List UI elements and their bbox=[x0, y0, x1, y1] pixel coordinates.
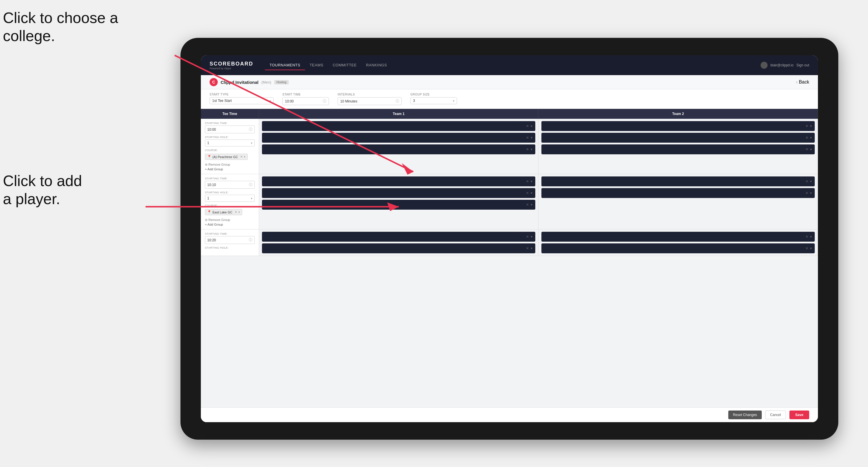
start-time-select[interactable]: 10:00 ⓘ bbox=[282, 97, 329, 105]
annotation-text-1: Click to choose acollege. bbox=[3, 9, 118, 44]
close-icon[interactable]: ✕ bbox=[526, 136, 529, 140]
close-icon[interactable]: ✕ bbox=[526, 203, 529, 207]
main-content: Start Type 1st Tee Start ▾ Start Time 10… bbox=[201, 89, 818, 422]
nav-user: blair@clippd.io Sign out bbox=[761, 62, 809, 69]
nav-rankings[interactable]: RANKINGS bbox=[361, 61, 392, 70]
nav-teams[interactable]: TEAMS bbox=[305, 61, 328, 70]
chevron-down-icon[interactable]: ▾ bbox=[531, 147, 532, 151]
player-slot[interactable]: ✕ ▾ bbox=[262, 121, 535, 131]
group-1-left: STARTING TIME: 10:00 ⓘ STARTING HOLE: 1 … bbox=[201, 119, 259, 174]
close-icon[interactable]: ✕ bbox=[526, 191, 529, 195]
starting-hole-label-3: STARTING HOLE: bbox=[205, 246, 255, 249]
close-icon[interactable]: ✕ bbox=[805, 235, 808, 239]
chevron-down-icon[interactable]: ▾ bbox=[810, 179, 812, 183]
cancel-button[interactable]: Cancel bbox=[765, 410, 786, 419]
starting-time-value-3: 10:20 bbox=[207, 238, 216, 242]
chevron-down-icon[interactable]: ▾ bbox=[531, 179, 532, 183]
course-name-2: East Lake GC bbox=[213, 211, 232, 214]
course-tag-2[interactable]: 📍 East Lake GC ✕ ▾ bbox=[205, 209, 242, 215]
player-slot[interactable]: ✕ ▾ bbox=[262, 200, 535, 210]
intervals-select[interactable]: 10 Minutes ⓘ bbox=[338, 97, 402, 105]
starting-time-input-2[interactable]: 10:10 ⓘ bbox=[205, 181, 255, 189]
starting-time-input-3[interactable]: 10:20 ⓘ bbox=[205, 236, 255, 244]
col-team1: Team 1 bbox=[259, 109, 538, 119]
chevron-down-icon[interactable]: ▾ bbox=[531, 203, 532, 207]
chevron-down-icon[interactable]: ▾ bbox=[810, 191, 812, 195]
info-icon-4: ⓘ bbox=[249, 182, 252, 187]
close-icon[interactable]: ✕ bbox=[805, 246, 808, 250]
add-group-btn-1[interactable]: + Add Group bbox=[205, 167, 255, 171]
remove-course-icon-1[interactable]: ✕ bbox=[240, 155, 243, 159]
reset-button[interactable]: Reset Changes bbox=[728, 410, 762, 419]
player-slot[interactable]: ✕ ▾ bbox=[541, 145, 815, 154]
chevron-down-icon[interactable]: ▾ bbox=[531, 235, 532, 239]
group-size-select[interactable]: 3 ▾ bbox=[410, 97, 457, 104]
close-icon[interactable]: ✕ bbox=[526, 246, 529, 250]
chevron-down-icon[interactable]: ▾ bbox=[531, 191, 532, 195]
save-button[interactable]: Save bbox=[789, 410, 809, 419]
close-icon[interactable]: ✕ bbox=[526, 147, 529, 151]
player-slot[interactable]: ✕ ▾ bbox=[262, 133, 535, 143]
chevron-down-icon[interactable]: ▾ bbox=[531, 124, 532, 128]
table-header: Tee Time Team 1 Team 2 bbox=[201, 109, 818, 119]
close-icon[interactable]: ✕ bbox=[805, 136, 808, 140]
start-type-label: Start Type bbox=[210, 93, 274, 96]
close-icon[interactable]: ✕ bbox=[805, 191, 808, 195]
player-slot[interactable]: ✕ ▾ bbox=[262, 177, 535, 186]
chevron-course-1: ▾ bbox=[244, 155, 245, 158]
chevron-down-icon[interactable]: ▾ bbox=[810, 246, 812, 250]
course-icon-1: 📍 bbox=[207, 155, 211, 159]
player-slot[interactable]: ✕ ▾ bbox=[541, 133, 815, 143]
player-slot[interactable]: ✕ ▾ bbox=[262, 145, 535, 154]
player-slot[interactable]: ✕ ▾ bbox=[541, 177, 815, 186]
group-actions-1: ⊖ Remove Group + Add Group bbox=[205, 163, 255, 171]
start-type-value: 1st Tee Start bbox=[212, 99, 232, 103]
chevron-down-icon[interactable]: ▾ bbox=[531, 246, 532, 250]
scoreboard-logo: SCOREBOARD Powered by clippd bbox=[210, 61, 253, 70]
nav-committee[interactable]: COMMITTEE bbox=[328, 61, 362, 70]
remove-group-btn-2[interactable]: ⊖ Remove Group bbox=[205, 218, 255, 222]
chevron-down-icon[interactable]: ▾ bbox=[810, 235, 812, 239]
back-button[interactable]: ‹ Back bbox=[796, 80, 809, 85]
intervals-label: Intervals bbox=[338, 93, 402, 96]
user-email: blair@clippd.io bbox=[771, 63, 794, 67]
tournament-gender: (Men) bbox=[261, 80, 271, 85]
group-size-label: Group Size bbox=[410, 93, 457, 96]
player-slot[interactable]: ✕ ▾ bbox=[541, 188, 815, 198]
nav-tournaments[interactable]: TOURNAMENTS bbox=[265, 61, 305, 70]
close-icon[interactable]: ✕ bbox=[526, 179, 529, 183]
info-icon-5: ⓘ bbox=[249, 238, 252, 243]
group-size-value: 3 bbox=[413, 99, 415, 103]
player-slot[interactable]: ✕ ▾ bbox=[262, 243, 535, 253]
course-tag-1[interactable]: 📍 (A) Peachtree GC ✕ ▾ bbox=[205, 154, 248, 160]
close-icon[interactable]: ✕ bbox=[526, 235, 529, 239]
remove-course-icon-2[interactable]: ✕ bbox=[235, 210, 237, 214]
player-slot[interactable]: ✕ ▾ bbox=[262, 188, 535, 198]
close-icon[interactable]: ✕ bbox=[805, 124, 808, 128]
starting-time-input-1[interactable]: 10:00 ⓘ bbox=[205, 125, 255, 133]
table-row: STARTING TIME: 10:20 ⓘ STARTING HOLE: ✕ … bbox=[201, 229, 818, 256]
starting-hole-input-2[interactable]: 1 ▾ bbox=[205, 195, 255, 202]
sign-out-btn[interactable]: Sign out bbox=[796, 63, 809, 67]
chevron-down-icon[interactable]: ▾ bbox=[531, 136, 532, 140]
starting-hole-input-1[interactable]: 1 ▾ bbox=[205, 139, 255, 147]
player-slot[interactable]: ✕ ▾ bbox=[541, 243, 815, 253]
chevron-down-icon[interactable]: ▾ bbox=[810, 136, 812, 140]
start-type-select[interactable]: 1st Tee Start ▾ bbox=[210, 97, 274, 104]
player-slot[interactable]: ✕ ▾ bbox=[541, 121, 815, 131]
chevron-down-icon[interactable]: ▾ bbox=[810, 147, 812, 151]
add-group-btn-2[interactable]: + Add Group bbox=[205, 223, 255, 226]
avatar bbox=[761, 62, 768, 69]
player-slot[interactable]: ✕ ▾ bbox=[262, 232, 535, 242]
remove-group-btn-1[interactable]: ⊖ Remove Group bbox=[205, 163, 255, 166]
close-icon[interactable]: ✕ bbox=[526, 124, 529, 128]
close-icon[interactable]: ✕ bbox=[805, 179, 808, 183]
info-icon: ⓘ bbox=[323, 99, 326, 104]
close-icon[interactable]: ✕ bbox=[805, 147, 808, 151]
col-team2: Team 2 bbox=[538, 109, 818, 119]
chevron-down-icon[interactable]: ▾ bbox=[810, 124, 812, 128]
group-3-team1: ✕ ▾ ✕ ▾ bbox=[259, 229, 538, 256]
start-type-group: Start Type 1st Tee Start ▾ bbox=[210, 93, 274, 105]
intervals-value: 10 Minutes bbox=[340, 99, 358, 103]
player-slot[interactable]: ✕ ▾ bbox=[541, 232, 815, 242]
